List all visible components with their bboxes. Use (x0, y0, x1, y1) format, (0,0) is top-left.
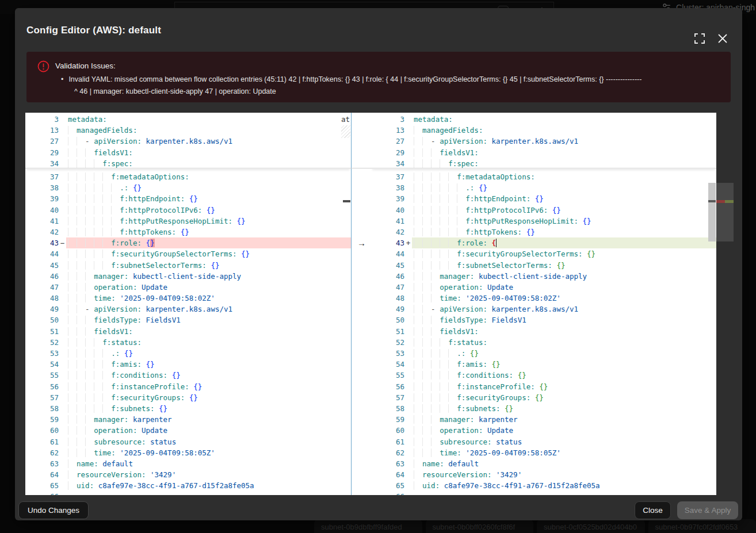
code-line[interactable]: 43+ f:role: { (371, 237, 716, 248)
code-line[interactable]: 43− f:role: {} (25, 237, 351, 248)
code-line[interactable]: 54 f:amis: {} (25, 359, 351, 370)
overview-viewport[interactable] (716, 183, 734, 241)
code-line[interactable]: 42 f:httpTokens: {} (371, 227, 716, 237)
code-line[interactable]: 53 .: {} (25, 348, 351, 359)
diff-sign (404, 136, 412, 147)
code-line[interactable]: 66spec: (25, 491, 351, 495)
diff-overview-ruler[interactable] (716, 113, 734, 495)
code-line[interactable]: 48 time: '2025-09-04T09:58:02Z' (25, 293, 351, 304)
diff-sign (59, 271, 66, 282)
code-line[interactable]: 60 operation: Update (25, 425, 351, 436)
code-line[interactable]: 38 .: {} (25, 182, 351, 193)
code-line[interactable]: 46 manager: kubectl-client-side-apply (25, 271, 351, 282)
code-line[interactable]: 58 f:subnets: {} (371, 403, 716, 414)
code-line[interactable]: 49 - apiVersion: karpenter.k8s.aws/v1 (25, 304, 351, 315)
code-line[interactable]: 13 managedFields: (371, 125, 716, 136)
diff-sign (59, 171, 66, 182)
code-line[interactable]: 13 managedFields: (25, 125, 351, 136)
code-line[interactable]: 59 manager: karpenter (25, 414, 351, 425)
code-line[interactable]: 37 f:metadataOptions: (25, 171, 351, 182)
code-line[interactable]: 51 fieldsV1: (371, 326, 716, 337)
code-line[interactable]: 65 uid: c8afe97e-38cc-4f91-a767-d15f2a8f… (371, 480, 716, 491)
code-line[interactable]: 29 fieldsV1: (371, 147, 716, 158)
undo-changes-button[interactable]: Undo Changes (18, 501, 89, 519)
code-line[interactable]: 48 time: '2025-09-04T09:58:02Z' (371, 293, 716, 304)
line-number: 50 (371, 315, 404, 325)
code-line[interactable]: 39 f:httpEndpoint: {} (371, 193, 716, 204)
code-line[interactable]: 54 f:amis: {} (371, 359, 716, 370)
diff-pane-original[interactable]: 3metadata:13 managedFields:27 - apiVersi… (25, 113, 351, 495)
code-line[interactable]: 65 uid: c8afe97e-38cc-4f91-a767-d15f2a8f… (25, 480, 351, 491)
code-line[interactable]: 27 - apiVersion: karpenter.k8s.aws/v1 (371, 136, 716, 147)
code-line[interactable]: 42 f:httpTokens: {} (25, 227, 351, 237)
code-line[interactable]: 55 f:conditions: {} (25, 370, 351, 381)
code-line[interactable]: 38 .: {} (371, 182, 716, 193)
code-line[interactable]: 64 resourceVersion: '3429' (25, 469, 351, 480)
sticky-scroll-left[interactable]: 3metadata:13 managedFields:27 - apiVersi… (25, 113, 351, 169)
diff-sign (404, 171, 412, 182)
code-line[interactable]: 57 f:securityGroups: {} (371, 392, 716, 403)
code-line[interactable]: 63 name: default (25, 458, 351, 469)
code-line[interactable]: 66spec: (371, 491, 716, 495)
code-line[interactable]: 45 f:subnetSelectorTerms: {} (371, 260, 716, 271)
code-line[interactable]: 45 f:subnetSelectorTerms: {} (25, 260, 351, 271)
code-line[interactable]: 56 f:instanceProfile: {} (25, 381, 351, 392)
diff-sign (404, 425, 412, 436)
line-number: 60 (371, 425, 404, 436)
code-line[interactable]: 62 time: '2025-09-04T09:58:05Z' (371, 447, 716, 458)
code-line[interactable]: 62 time: '2025-09-04T09:58:05Z' (25, 447, 351, 458)
code-line[interactable]: 44 f:securityGroupSelectorTerms: {} (371, 248, 716, 259)
code-line[interactable]: 27 - apiVersion: karpenter.k8s.aws/v1 (25, 136, 351, 147)
code-line[interactable]: 51 fieldsV1: (25, 326, 351, 337)
line-number: 47 (371, 282, 404, 293)
code-line[interactable]: 39 f:httpEndpoint: {} (25, 193, 351, 204)
code-line[interactable]: 64 resourceVersion: '3429' (371, 469, 716, 480)
code-line[interactable]: 41 f:httpPutResponseHopLimit: {} (25, 216, 351, 227)
code-line[interactable]: 55 f:conditions: {} (371, 370, 716, 381)
code-line[interactable]: 47 operation: Update (371, 282, 716, 293)
code-line[interactable]: 56 f:instanceProfile: {} (371, 381, 716, 392)
code-line[interactable]: 60 operation: Update (371, 425, 716, 436)
diff-sign: − (59, 237, 66, 248)
code-line[interactable]: 52 f:status: (371, 337, 716, 348)
yaml-diff-editor[interactable]: 3metadata:13 managedFields:27 - apiVersi… (25, 113, 734, 495)
code-line[interactable]: 3metadata: (25, 114, 351, 125)
vertical-scrollbar[interactable] (708, 183, 716, 241)
code-line[interactable]: 61 subresource: status (25, 436, 351, 447)
code-line[interactable]: 63 name: default (371, 458, 716, 469)
code-line[interactable]: 53 .: {} (371, 348, 716, 359)
code-line[interactable]: 50 fieldsType: FieldsV1 (25, 315, 351, 325)
save-apply-button[interactable]: Save & Apply (677, 501, 738, 519)
code-line[interactable]: 29 fieldsV1: (25, 147, 351, 158)
sticky-scroll-right[interactable]: 3metadata:13 managedFields:27 - apiVersi… (371, 113, 716, 169)
line-number: 29 (371, 147, 404, 158)
page-title: Config Editor (AWS): default (26, 25, 161, 36)
code-line[interactable]: 44 f:securityGroupSelectorTerms: {} (25, 248, 351, 259)
fullscreen-icon[interactable] (694, 33, 705, 44)
close-icon[interactable] (717, 33, 728, 44)
diff-sign (59, 381, 66, 392)
code-line[interactable]: 57 f:securityGroups: {} (25, 392, 351, 403)
code-line[interactable]: 3metadata: (371, 114, 716, 125)
diff-sign (59, 193, 66, 204)
diff-sign (404, 326, 412, 337)
code-line[interactable]: 58 f:subnets: {} (25, 403, 351, 414)
diff-sash[interactable]: → (351, 113, 372, 495)
code-line[interactable]: 61 subresource: status (371, 436, 716, 447)
code-line[interactable]: 41 f:httpPutResponseHopLimit: {} (371, 216, 716, 227)
code-line[interactable]: 40 f:httpProtocolIPv6: {} (371, 205, 716, 216)
line-number: 27 (371, 136, 404, 147)
code-line[interactable]: 46 manager: kubectl-client-side-apply (371, 271, 716, 282)
code-line[interactable]: 50 fieldsType: FieldsV1 (371, 315, 716, 325)
code-line[interactable]: 49 - apiVersion: karpenter.k8s.aws/v1 (371, 304, 716, 315)
code-line[interactable]: 40 f:httpProtocolIPv6: {} (25, 205, 351, 216)
code-line[interactable]: 37 f:metadataOptions: (371, 171, 716, 182)
revert-change-arrow-button[interactable]: → (352, 237, 372, 248)
close-button[interactable]: Close (635, 501, 671, 519)
code-line[interactable]: 52 f:status: (25, 337, 351, 348)
line-number: 48 (371, 293, 404, 304)
code-line[interactable]: 59 manager: karpenter (371, 414, 716, 425)
diff-pane-modified[interactable]: 3metadata:13 managedFields:27 - apiVersi… (371, 113, 716, 495)
diff-sign (404, 359, 412, 370)
code-line[interactable]: 47 operation: Update (25, 282, 351, 293)
